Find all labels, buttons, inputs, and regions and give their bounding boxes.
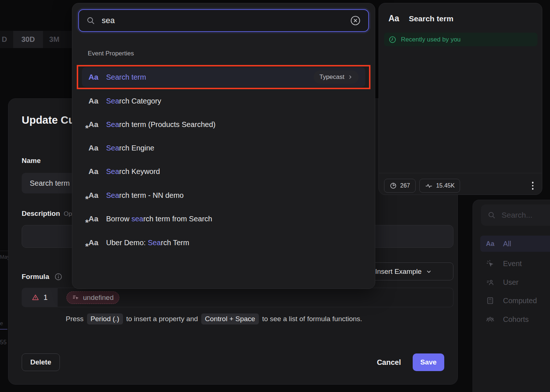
filter-computed[interactable]: Computed [480, 293, 550, 309]
volume-value: 15.45K [436, 182, 455, 189]
recently-used-badge: Recently used by you [384, 33, 538, 46]
filter-user[interactable]: User [480, 274, 550, 290]
filter-label: User [503, 278, 518, 287]
chart-line-fragment [0, 329, 7, 330]
delete-button[interactable]: Delete [22, 353, 60, 371]
filter-cohorts[interactable]: Cohorts [480, 311, 550, 327]
list-item-label: Search Keyword [106, 167, 160, 176]
time-range-bar: D 30D 3M [0, 31, 72, 48]
chevron-right-icon [348, 75, 353, 80]
typecast-button[interactable]: Typecast [314, 70, 359, 84]
cursor-click-icon [485, 259, 495, 268]
name-label: Name [22, 157, 41, 165]
undefined-chip-label: undefined [83, 294, 113, 302]
custom-text-property-icon: Aa [88, 214, 101, 223]
formula-input[interactable]: undefined [58, 288, 453, 307]
list-item-search-category[interactable]: Aa Search Category [82, 94, 365, 108]
undefined-property-chip[interactable]: undefined [66, 291, 119, 304]
calculator-icon [485, 297, 495, 305]
pulse-icon [425, 182, 433, 189]
more-options-icon[interactable] [528, 179, 538, 192]
formula-editor: 1 undefined [22, 288, 453, 307]
list-item-search-keyword[interactable]: Aa Search Keyword [82, 164, 365, 179]
filter-label: Event [503, 259, 522, 268]
text-property-icon: Aa [88, 167, 101, 176]
divider [379, 173, 542, 173]
formula-label: Formula [22, 273, 49, 281]
custom-text-property-icon: Aa [88, 120, 101, 129]
list-item-label: Search term [106, 73, 314, 81]
chart-gridline [0, 251, 8, 251]
modal-title: Update Cu [22, 114, 75, 126]
filter-all[interactable]: Aa All [480, 236, 550, 252]
search-icon [488, 211, 496, 219]
save-button[interactable]: Save [413, 353, 444, 371]
text-property-icon: Aa [88, 73, 101, 81]
list-item-search-engine[interactable]: Aa Search Engine [82, 141, 365, 155]
cardinality-value: 267 [400, 182, 410, 189]
filter-event[interactable]: Event [480, 255, 550, 272]
error-count-value: 1 [43, 293, 47, 302]
modal-actions: Cancel Save [377, 353, 444, 371]
custom-text-property-icon: Aa [88, 238, 101, 247]
people-icon [485, 315, 495, 323]
filter-label: All [503, 240, 511, 248]
formula-error-count: 1 [22, 288, 58, 307]
formula-hint: Press Period (.) to insert a property an… [66, 313, 362, 324]
recently-used-label: Recently used by you [401, 36, 461, 43]
property-reference-icon [72, 294, 80, 301]
time-range-30d[interactable]: 30D [13, 31, 43, 48]
list-item-label: Uber Demo: Search Term [106, 239, 189, 247]
chart-axis-label-55: 55 [0, 339, 7, 346]
info-icon[interactable] [54, 273, 62, 281]
warning-icon [32, 294, 39, 301]
hint-press: Press [66, 315, 84, 323]
clear-search-icon[interactable] [350, 15, 361, 26]
text-property-icon: Aa [88, 144, 101, 152]
cancel-button[interactable]: Cancel [377, 358, 401, 367]
kbd-period: Period (.) [87, 313, 123, 324]
volume-stat[interactable]: 15.45K [419, 179, 460, 193]
detail-title: Search term [409, 14, 453, 23]
time-range-3m[interactable]: 3M [43, 31, 65, 48]
search-icon [86, 16, 95, 25]
formula-label-row: Formula [22, 273, 62, 281]
filter-sidebar: Aa All Event User Computed [473, 200, 550, 392]
filter-label: Computed [503, 297, 537, 305]
text-property-icon: Aa [88, 97, 101, 105]
time-range-7d[interactable]: D [0, 31, 9, 48]
kbd-control-space: Control + Space [201, 313, 259, 324]
section-header-event-properties: Event Properties [88, 50, 134, 57]
detail-header: Aa Search term [388, 14, 453, 23]
chevron-down-icon [426, 269, 432, 275]
list-item-search-term-products[interactable]: Aa Search term (Products Searched) [82, 117, 365, 132]
list-item-uber-demo-search-term[interactable]: Aa Uber Demo: Search Term [82, 235, 365, 250]
list-item-label: Search term - NN demo [106, 191, 184, 200]
list-item-label: Search term (Products Searched) [106, 120, 216, 129]
list-item-borrow-search-term[interactable]: Aa Borrow search term from Search [82, 211, 365, 226]
list-item-search-term-nn-demo[interactable]: Aa Search term - NN demo [82, 188, 365, 203]
cardinality-stat[interactable]: 267 [384, 179, 416, 193]
description-label-text: Description [22, 210, 60, 217]
user-icon [485, 278, 495, 286]
property-detail-panel: Aa Search term Recently used by you 267 … [379, 3, 542, 195]
list-item-label: Search Engine [106, 144, 154, 152]
search-input[interactable] [102, 16, 350, 25]
text-property-icon: Aa [388, 14, 399, 23]
text-property-icon: Aa [485, 240, 495, 248]
hint-mid: to insert a property and [126, 315, 198, 323]
list-item-label: Search Category [106, 97, 161, 105]
custom-text-property-icon: Aa [88, 191, 101, 200]
property-search-dropdown: Event Properties Aa Search term Typecast… [72, 3, 375, 289]
property-search-box [78, 9, 369, 32]
insert-example-label: Insert Example [375, 268, 422, 276]
list-item-label: Borrow search term from Search [106, 215, 212, 223]
list-item-search-term-selected[interactable]: Aa Search term Typecast [82, 67, 365, 87]
chart-label-fragment: e [0, 320, 3, 326]
sidebar-search-box [481, 204, 550, 226]
clock-icon [388, 36, 397, 44]
detail-stats-row: 267 15.45K [384, 179, 538, 193]
sidebar-search-input[interactable] [502, 211, 550, 219]
hint-end: to see a list of formula functions. [262, 315, 362, 323]
filter-label: Cohorts [503, 315, 529, 324]
